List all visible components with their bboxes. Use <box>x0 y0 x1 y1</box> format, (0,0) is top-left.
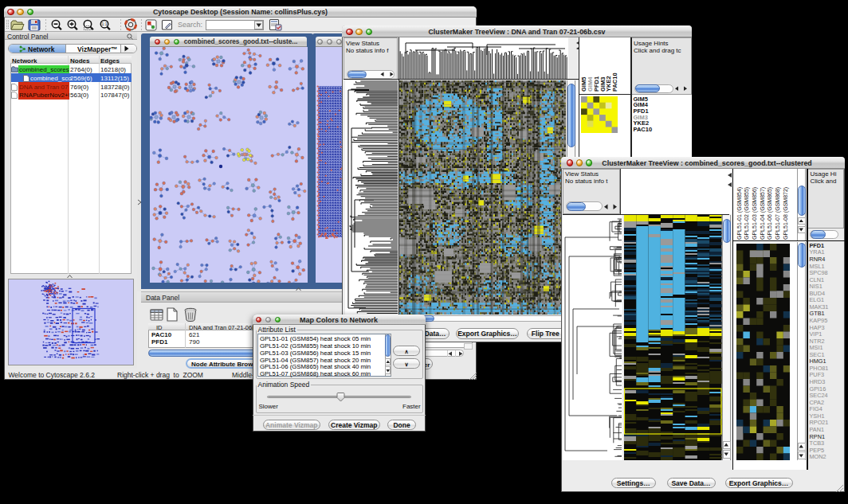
svg-text:PAC10: PAC10 <box>611 72 618 92</box>
svg-text:GPL51-08 (GSM872): GPL51-08 (GSM872) <box>783 186 789 239</box>
svg-text:GPL51-06 (GSM865): GPL51-06 (GSM865) <box>767 186 773 239</box>
svg-text:1:1: 1:1 <box>102 21 108 26</box>
svg-text:GPL51-01 (GSM854): GPL51-01 (GSM854) <box>736 186 743 239</box>
svg-text:GPL51-04 (GSM857): GPL51-04 (GSM857) <box>760 186 766 239</box>
svg-text:GPL51-07 (GSM868): GPL51-07 (GSM868) <box>775 186 781 239</box>
svg-text:GPL51-02 (GSM855): GPL51-02 (GSM855) <box>744 186 750 239</box>
svg-text:GPL51-03 (GSM856): GPL51-03 (GSM856) <box>752 186 758 239</box>
